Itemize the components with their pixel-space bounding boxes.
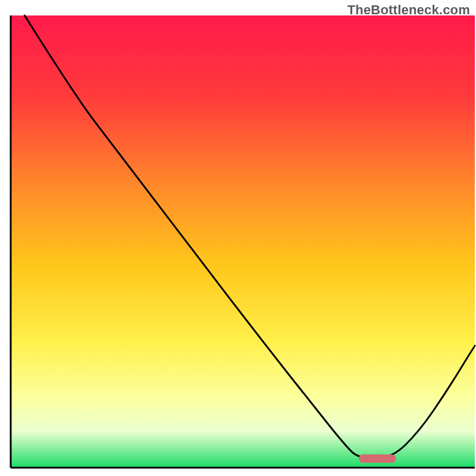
bottleneck-chart bbox=[0, 0, 476, 476]
optimal-marker bbox=[359, 455, 396, 463]
chart-container: TheBottleneck.com bbox=[0, 0, 476, 476]
watermark-label: TheBottleneck.com bbox=[347, 2, 470, 18]
chart-background bbox=[11, 15, 475, 468]
